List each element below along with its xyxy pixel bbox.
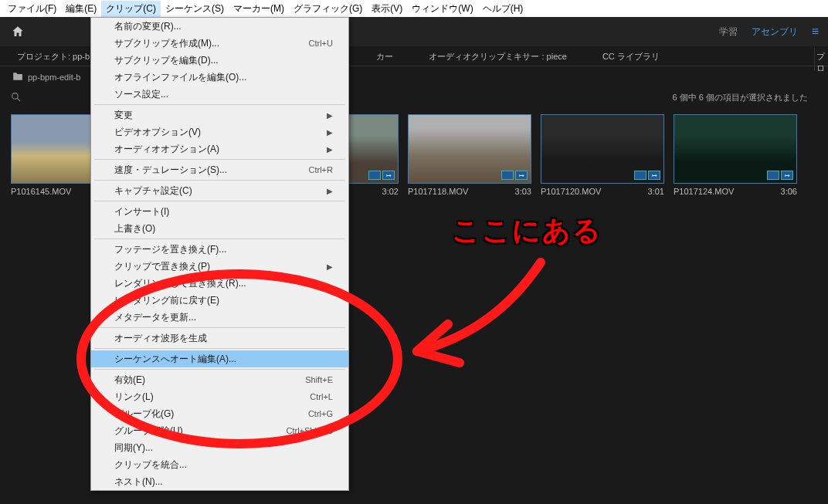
menu-item-label: オフラインファイルを編集(O)...: [114, 71, 246, 84]
menu-item-label: ビデオオプション(V): [114, 126, 201, 139]
svg-line-1: [17, 98, 20, 101]
clip-name: P1017118.MOV: [408, 187, 468, 196]
thumbnail-image: ↦: [541, 114, 664, 184]
menu-item-label: レンダリングして置き換え(R)...: [114, 277, 246, 290]
folder-icon: [12, 72, 23, 83]
menu-item[interactable]: グループ解除(U)Ctrl+Shift+G: [91, 422, 348, 439]
clip-name: P1017124.MOV: [674, 187, 734, 196]
breadcrumb-text[interactable]: pp-bpm-edit-b: [28, 73, 80, 82]
menu-file[interactable]: ファイル(F): [3, 1, 61, 17]
menu-clip[interactable]: クリップ(C): [101, 1, 161, 17]
menu-item[interactable]: リンク(L)Ctrl+L: [91, 388, 348, 405]
clip-menu-dropdown: 名前の変更(R)...サブクリップを作成(M)...Ctrl+Uサブクリップを編…: [90, 17, 349, 491]
menu-item-label: 同期(Y)...: [114, 441, 153, 455]
clip-duration: 3:01: [648, 187, 664, 196]
search-icon[interactable]: [11, 92, 21, 103]
menu-item[interactable]: クリップで置き換え(P)▶: [91, 258, 348, 275]
tab-audio-mixer[interactable]: オーディオクリップミキサー : piece: [422, 48, 572, 66]
menu-item[interactable]: グループ化(G)Ctrl+G: [91, 405, 348, 422]
thumbnail-image: ↦: [408, 114, 531, 184]
menu-item[interactable]: メタデータを更新...: [91, 309, 348, 326]
menu-shortcut: Ctrl+R: [309, 165, 333, 174]
clip-duration: 3:02: [382, 187, 399, 196]
menu-item-label: ソース設定...: [114, 88, 168, 101]
menu-item-label: リンク(L): [114, 391, 154, 404]
menu-shortcut: Ctrl+U: [309, 39, 333, 48]
menu-sequence[interactable]: シーケンス(S): [161, 1, 229, 17]
thumbnail-item[interactable]: ↦ P1017124.MOV3:06: [674, 114, 797, 196]
menu-marker[interactable]: マーカー(M): [229, 1, 289, 17]
menu-item-label: グループ解除(U): [114, 425, 183, 438]
menu-item-label: オーディオ波形を生成: [114, 332, 207, 345]
menu-edit[interactable]: 編集(E): [61, 1, 101, 17]
menu-item[interactable]: オーディオ波形を生成: [91, 330, 348, 347]
menu-item[interactable]: ネスト(N)...: [91, 473, 348, 490]
menu-view[interactable]: 表示(V): [367, 1, 407, 17]
svg-point-0: [12, 93, 19, 99]
workspace-menu-icon[interactable]: ≡: [812, 25, 819, 39]
menu-item[interactable]: フッテージを置き換え(F)...: [91, 241, 348, 258]
submenu-arrow-icon: ▶: [327, 262, 333, 271]
menu-item[interactable]: インサート(I): [91, 203, 348, 220]
menu-help[interactable]: ヘルプ(H): [478, 1, 528, 17]
menu-window[interactable]: ウィンドウ(W): [407, 1, 477, 17]
menu-item-label: クリップで置き換え(P): [114, 260, 210, 273]
menu-item[interactable]: サブクリップを作成(M)...Ctrl+U: [91, 35, 348, 52]
submenu-arrow-icon: ▶: [327, 111, 333, 120]
menu-item[interactable]: レンダリング前に戻す(E): [91, 292, 348, 309]
menu-separator: [94, 238, 345, 239]
submenu-arrow-icon: ▶: [327, 187, 333, 195]
menu-separator: [94, 180, 345, 181]
menu-item[interactable]: 名前の変更(R)...: [91, 18, 348, 35]
menu-item[interactable]: 同期(Y)...: [91, 439, 348, 456]
clip-duration: 3:03: [515, 187, 531, 196]
menu-shortcut: Ctrl+L: [310, 392, 333, 401]
menu-item-label: クリップを統合...: [114, 458, 187, 472]
menu-separator: [94, 159, 345, 160]
menu-item-label: サブクリップを作成(M)...: [114, 37, 219, 50]
menu-item[interactable]: オーディオオプション(A)▶: [91, 140, 348, 157]
clip-name: P1017120.MOV: [541, 187, 601, 196]
menu-item[interactable]: レンダリングして置き換え(R)...: [91, 275, 348, 292]
thumbnail-image: ↦: [674, 114, 797, 184]
clip-duration: 3:06: [781, 187, 797, 196]
menu-item-label: キャプチャ設定(C): [114, 184, 192, 198]
menu-item[interactable]: サブクリップを編集(D)...: [91, 52, 348, 69]
menu-item[interactable]: クリップを統合...: [91, 456, 348, 473]
menu-separator: [94, 104, 345, 105]
menu-separator: [94, 327, 345, 328]
menu-item[interactable]: ソース設定...: [91, 86, 348, 103]
home-icon[interactable]: [9, 23, 26, 40]
menu-shortcut: Ctrl+Shift+G: [286, 426, 333, 435]
menu-item-label: サブクリップを編集(D)...: [114, 54, 219, 67]
workspace-learn[interactable]: 学習: [719, 25, 738, 39]
menu-item-label: グループ化(G): [114, 408, 174, 421]
menu-item[interactable]: 変更▶: [91, 107, 348, 123]
annotation-text: ここにある: [452, 212, 602, 250]
menu-item[interactable]: キャプチャ設定(C)▶: [91, 182, 348, 199]
menu-item[interactable]: 上書き(O): [91, 220, 348, 237]
menu-shortcut: Ctrl+G: [308, 409, 333, 418]
menu-item[interactable]: シーケンスへオート編集(A)...: [91, 350, 348, 367]
menu-item[interactable]: ビデオオプション(V)▶: [91, 123, 348, 140]
menu-item-label: オーディオオプション(A): [114, 143, 219, 156]
menu-item-label: ネスト(N)...: [114, 475, 163, 489]
submenu-arrow-icon: ▶: [327, 145, 333, 154]
menu-item-label: メタデータを更新...: [114, 311, 196, 324]
selection-info: 6 個中 6 個の項目が選択されました: [673, 92, 808, 103]
tab-cc-library[interactable]: CC ライブラリ: [596, 48, 666, 66]
thumbnail-item[interactable]: ↦ P1017118.MOV3:03: [408, 114, 531, 196]
menu-item[interactable]: オフラインファイルを編集(O)...: [91, 69, 348, 86]
clip-name: P1016145.MOV: [11, 187, 71, 196]
tab-marker[interactable]: カー: [370, 48, 399, 66]
menubar: ファイル(F) 編集(E) クリップ(C) シーケンス(S) マーカー(M) グ…: [0, 0, 828, 17]
thumbnail-item[interactable]: ↦ P1017120.MOV3:01: [541, 114, 664, 196]
menu-item[interactable]: 有効(E)Shift+E: [91, 371, 348, 388]
menu-item-label: シーケンスへオート編集(A)...: [114, 353, 236, 366]
menu-graphic[interactable]: グラフィック(G): [289, 1, 367, 17]
menu-item[interactable]: 速度・デュレーション(S)...Ctrl+R: [91, 161, 348, 178]
workspace-assembly[interactable]: アセンブリ: [752, 25, 798, 39]
menu-shortcut: Shift+E: [305, 375, 333, 384]
menu-item-label: 名前の変更(R)...: [114, 20, 182, 33]
menu-item-label: 有効(E): [114, 374, 145, 387]
